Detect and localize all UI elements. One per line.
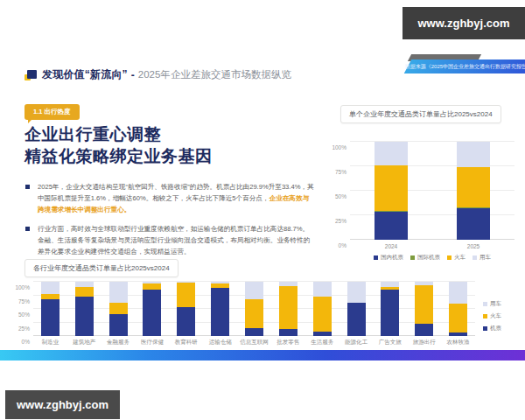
book-icon [24, 70, 37, 80]
bar-segment-用车 [449, 282, 467, 304]
x-tick-label: 运输仓储 [203, 339, 237, 346]
bar-segment-机票 [41, 299, 60, 336]
report-page: www.zghbyj.com 数据来源《2025中国企业差旅交通出行数据研究报告… [0, 0, 525, 420]
y-tick-label: 25% [18, 325, 30, 331]
page-header: 发现价值“新流向” - 2025年企业差旅交通市场数据纵览 [24, 67, 291, 82]
bar-segment-机票 [449, 332, 467, 336]
stacked-bar-制造业 [41, 282, 60, 336]
bar-segment-用车 [245, 282, 263, 299]
bullet-highlight: 企业在高效与跨境需求增长中调整出行重心。 [38, 194, 309, 214]
bar-segment-机票 [177, 307, 195, 336]
chart-single-company-legend: 国内机票国际机票火车用车 [350, 254, 514, 262]
page-title-line1: 企业出行重心调整 [24, 123, 213, 145]
bar-slot-金融服务 [102, 282, 136, 336]
bar-segment-火车 [374, 165, 408, 210]
x-tick-label: 建筑地产 [67, 339, 102, 346]
bar-segment-机票 [245, 328, 263, 336]
stacked-bar-旅游出行 [415, 282, 433, 336]
legend-item-机票: 机票 [483, 325, 501, 332]
chart-industry-xlabels: 制造业建筑地产金融服务医疗保健教育科研运输仓储信息互联网批发零售生活服务能源化工… [33, 339, 475, 346]
legend-item-国内机票: 国内机票 [374, 254, 403, 262]
bullet-item: 行业方面，高时效与全球联动型行业重度依赖航空，如运输仓储的机票订单占比高达88.… [24, 223, 315, 257]
section-badge: 1.1 出行热度 [24, 104, 80, 120]
stacked-bar-生活服务 [313, 282, 332, 336]
chart-industry-legend: 用车火车机票 [483, 300, 501, 332]
bar-slot-广告文旅 [373, 282, 407, 336]
header-title-bold: 发现价值“新流向” [42, 67, 128, 82]
bar-slot-2025 [432, 142, 514, 240]
legend-swatch [483, 326, 487, 331]
x-tick-label: 农林牧渔 [441, 339, 475, 346]
x-tick-label: 制造业 [33, 339, 67, 346]
stacked-bar-信息互联网 [245, 282, 263, 336]
legend-label: 火车 [454, 254, 466, 262]
y-tick-label: 75% [18, 298, 30, 304]
bar-slot-教育科研 [169, 282, 203, 336]
legend-label: 火车 [490, 312, 501, 320]
bar-segment-机票 [143, 290, 161, 336]
bar-slot-制造业 [33, 282, 67, 336]
stacked-bar-2025 [457, 142, 490, 240]
chart-title-single-company: 单个企业年度交通品类订单量占比2025vs2024 [340, 105, 501, 123]
bar-segment-机票 [279, 329, 298, 336]
x-tick-label: 医疗保健 [136, 339, 170, 346]
chart-single-company: 0%25%50%75%100% [350, 142, 514, 240]
bar-slot-生活服务 [305, 282, 340, 336]
page-title: 企业出行重心调整 精益化策略绑定业务基因 [24, 123, 213, 167]
stacked-bar-广告文旅 [381, 282, 399, 336]
y-tick-label: 100% [15, 284, 30, 290]
legend-label: 用车 [480, 254, 491, 262]
bar-segment-火车 [449, 304, 467, 332]
stacked-bar-医疗保健 [143, 282, 161, 336]
header-title-rest: 2025年企业差旅交通市场数据纵览 [138, 68, 291, 81]
y-tick-label: 50% [18, 312, 30, 318]
bar-segment-火车 [109, 303, 128, 314]
x-tick-label: 信息互联网 [237, 339, 271, 346]
bar-slot-信息互联网 [237, 282, 271, 336]
bar-slot-建筑地产 [67, 282, 102, 336]
stacked-bar-2024 [374, 142, 408, 240]
bar-segment-火车 [245, 299, 263, 328]
bar-segment-机票 [211, 288, 229, 336]
source-ribbon: 数据来源《2025中国企业差旅交通出行数据研究报告》 [404, 60, 525, 74]
bars-row [33, 282, 475, 336]
legend-item-用车: 用车 [483, 300, 501, 308]
legend-label: 国内机票 [381, 254, 403, 262]
bar-segment-国内机票 [457, 208, 490, 240]
bullet-list: 2025年，企业大交通结构呈现“航空回升、铁路收缩”的趋势。机票占比由29.9%… [24, 181, 315, 265]
bar-segment-机票 [75, 297, 94, 336]
bar-segment-火车 [75, 287, 94, 298]
y-tick-label: 75% [335, 169, 346, 175]
watermark-top: www.zghbyj.com [402, 7, 525, 39]
bar-segment-火车 [177, 283, 195, 307]
bar-segment-机票 [415, 324, 433, 336]
x-tick-label: 2024 [350, 243, 432, 249]
y-tick-label: 50% [335, 193, 346, 200]
stacked-bar-教育科研 [177, 282, 195, 336]
legend-swatch [410, 256, 415, 260]
legend-label: 国际机票 [417, 254, 440, 262]
page-title-line2: 精益化策略绑定业务基因 [24, 145, 213, 167]
bar-segment-火车 [313, 297, 332, 332]
x-tick-label: 2025 [432, 243, 514, 249]
bar-segment-用车 [347, 282, 366, 303]
bar-slot-医疗保健 [136, 282, 170, 336]
bar-slot-农林牧渔 [441, 282, 475, 336]
bar-segment-用车 [109, 282, 128, 303]
bar-slot-2024 [350, 142, 432, 240]
stacked-bar-建筑地产 [75, 282, 94, 336]
stacked-bar-农林牧渔 [449, 282, 467, 336]
bar-segment-火车 [143, 284, 161, 290]
y-tick-label: 25% [335, 218, 346, 224]
bar-segment-国内机票 [374, 212, 408, 240]
x-tick-label: 旅游出行 [407, 339, 441, 346]
chart-industry: 0%25%50%75%100% [33, 282, 475, 336]
bar-segment-机票 [381, 290, 399, 336]
bar-slot-运输仓储 [203, 282, 237, 336]
legend-item-用车: 用车 [472, 254, 491, 262]
bottom-gradient-bar [0, 350, 525, 360]
legend-swatch [483, 302, 487, 306]
x-tick-label: 生活服务 [305, 339, 340, 346]
bar-slot-批发零售 [271, 282, 305, 336]
bars-row [350, 142, 514, 240]
